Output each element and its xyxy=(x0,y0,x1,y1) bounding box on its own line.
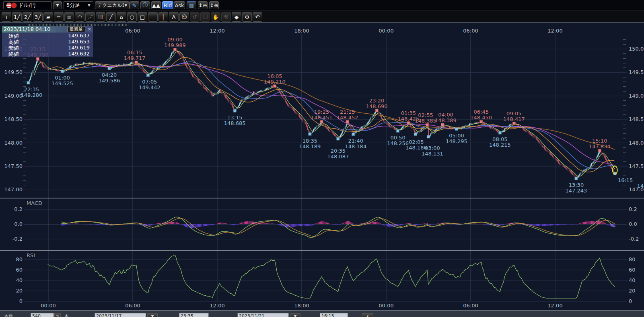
swing-price-label: 148.215 xyxy=(481,142,519,148)
macd-axis-label: -0.2 xyxy=(629,236,644,242)
high-value: 149.653 xyxy=(68,39,90,45)
swing-price-label: 148.087 xyxy=(319,154,357,160)
volume-bars-button[interactable]: ▥ xyxy=(187,1,196,9)
crosshair-tool-icon: + xyxy=(4,14,9,20)
text-tool[interactable]: A xyxy=(169,12,179,22)
swing-price-label: 147.345 xyxy=(629,183,644,189)
trendline2-tool[interactable]: 2╱ xyxy=(23,12,32,22)
rectangle-tool[interactable]: □ xyxy=(138,12,147,22)
swing-price-label: 149.280 xyxy=(12,92,51,98)
open-value: 149.637 xyxy=(68,33,90,39)
symbol-label: ドル/円 xyxy=(18,2,36,9)
time-axis-label: 06:00 xyxy=(120,303,146,309)
vertical-zoom-in-button[interactable]: ↕⊕ xyxy=(209,1,219,9)
ruler-tool[interactable]: ▰ xyxy=(43,12,53,22)
ask-button[interactable]: Ask xyxy=(174,1,185,9)
rsi-axis-label: 40 xyxy=(0,277,23,283)
swing-price-label: 147.834 xyxy=(580,144,619,149)
draw-pencil-button[interactable]: ✎ xyxy=(130,1,139,9)
swing-price-label: 149.525 xyxy=(43,81,82,86)
area-chart-icon: ▲▲ xyxy=(152,2,160,8)
vertical-zoom-in-icon: ↕⊕ xyxy=(210,2,218,8)
bar-datetime: 2023/11/18 04:10 xyxy=(4,26,51,32)
close-icon[interactable]: × xyxy=(88,27,91,32)
rsi-panel-canvas[interactable] xyxy=(0,251,644,310)
close-row: 終値149.632 xyxy=(2,51,93,57)
start-date-input[interactable]: 2023/11/17 xyxy=(95,313,146,317)
area-chart-button[interactable]: ▲▲ xyxy=(151,1,161,9)
trendline3-tool[interactable]: 3╱ xyxy=(33,12,43,22)
time-axis-label: 06:00 xyxy=(458,28,484,34)
start-date-calendar-button[interactable]: ▼ xyxy=(147,313,158,317)
bar-count-spinner[interactable]: ⇅ xyxy=(54,313,61,317)
macd-rsi-divider[interactable] xyxy=(0,250,644,251)
high-label: 高値 xyxy=(8,39,19,45)
rsi-axis-label: 80 xyxy=(629,256,644,262)
fibo-timezone-tool[interactable]: |||| xyxy=(96,12,105,22)
symbol-selector[interactable]: ドル/円 xyxy=(3,1,51,9)
interval-dropdown[interactable]: 5分足 ▼ xyxy=(64,1,93,9)
settings-tool-icon: ⚙ xyxy=(245,14,249,20)
price-axis-label: 147.50 xyxy=(0,163,23,169)
fibo-retracement-tool-icon: = xyxy=(57,14,61,20)
horizontal-line-tool[interactable]: ─ xyxy=(148,12,158,22)
swing-price-label: 148.389 xyxy=(426,118,465,123)
swing-time-label: 04:20 xyxy=(90,72,129,78)
swing-time-label: 13:30 xyxy=(557,182,595,188)
ask-label: Ask xyxy=(175,2,184,8)
bar-count-input[interactable]: 540 xyxy=(31,313,54,317)
open-label: 始値 xyxy=(8,33,19,39)
end-date-calendar-button[interactable]: ▼ xyxy=(290,313,300,317)
gann-fan-tool[interactable]: ╱ xyxy=(106,12,116,22)
circle-tool[interactable]: ○ xyxy=(127,12,137,22)
bid-button[interactable]: Bid xyxy=(162,1,173,9)
parallel-lines-tool[interactable]: ≡ xyxy=(64,12,74,22)
gann-fan-tool-icon: ╱ xyxy=(109,14,113,20)
swing-time-label: 21:40 xyxy=(336,138,375,144)
macd-panel-canvas[interactable] xyxy=(0,198,644,250)
swing-time-label: 01:00 xyxy=(43,75,82,81)
swing-time-label: 13:15 xyxy=(216,115,254,121)
close-label: 終値 xyxy=(8,51,19,57)
settings-tool[interactable]: ⚙ xyxy=(242,12,252,22)
start-time-input[interactable]: 23:35 xyxy=(179,313,209,317)
fibo-retracement-tool[interactable]: = xyxy=(54,12,64,22)
undo-tool[interactable]: ↶ xyxy=(253,12,262,22)
wrench-tool-icon: ⚒ xyxy=(224,14,228,20)
trendline1-tool[interactable]: 1╱ xyxy=(12,12,22,22)
swing-time-label: 16:05 xyxy=(255,74,294,79)
symbol-dropdown-button[interactable]: ▼ xyxy=(53,1,62,9)
swing-time-label: 06:15 xyxy=(115,50,154,55)
swing-time-label: 23:20 xyxy=(358,98,396,104)
fibo-arc-tool[interactable]: ◠ xyxy=(75,12,84,22)
icon-stamp-tool[interactable]: ☺ xyxy=(179,12,189,22)
hand-tool-icon: ✋ xyxy=(212,14,219,20)
time-axis-label: 06:00 xyxy=(458,303,484,309)
time-axis-label: 18:00 xyxy=(289,28,315,34)
latest-bar-button[interactable]: 最新足 xyxy=(67,26,85,32)
technical-select-button[interactable]: テクニカル選択 ▼ xyxy=(95,1,130,9)
price-axis-label: 149.00 xyxy=(629,93,644,99)
trendline2-tool-icon: 2╱ xyxy=(24,14,31,20)
fibo-timezone-tool-icon: |||| xyxy=(99,15,103,19)
swing-time-label: 08:05 xyxy=(481,137,519,142)
swing-price-label: 149.586 xyxy=(90,78,129,84)
end-time-input[interactable]: 16:15 xyxy=(320,313,348,317)
crosshair-tool[interactable]: + xyxy=(2,12,11,22)
technical-label: テクニカル選択 xyxy=(97,2,124,9)
eraser-tool[interactable]: ◆ xyxy=(232,12,241,22)
rsi-axis-label: 60 xyxy=(629,267,644,273)
swing-time-label: 15:10 xyxy=(580,138,619,144)
rsi-axis-label: 40 xyxy=(629,277,644,283)
open-row: 始値149.637 xyxy=(2,33,93,39)
info-button[interactable]: ⓘ xyxy=(140,1,150,9)
range-apply-button[interactable]: ▾ xyxy=(362,313,373,317)
vertical-line-tool[interactable]: │ xyxy=(158,12,168,22)
vertical-zoom-out-button[interactable]: ↕⊖ xyxy=(198,1,208,9)
pentagon-tool[interactable]: ⌂ xyxy=(117,12,126,22)
time-axis-label: 12:00 xyxy=(542,28,568,34)
rsi-axis-label: 0 xyxy=(629,298,644,304)
fibo-fan-tool[interactable]: ⋰ xyxy=(85,12,95,22)
end-date-input[interactable]: 2023/11/21 xyxy=(237,313,289,317)
main-macd-divider[interactable] xyxy=(0,198,644,198)
